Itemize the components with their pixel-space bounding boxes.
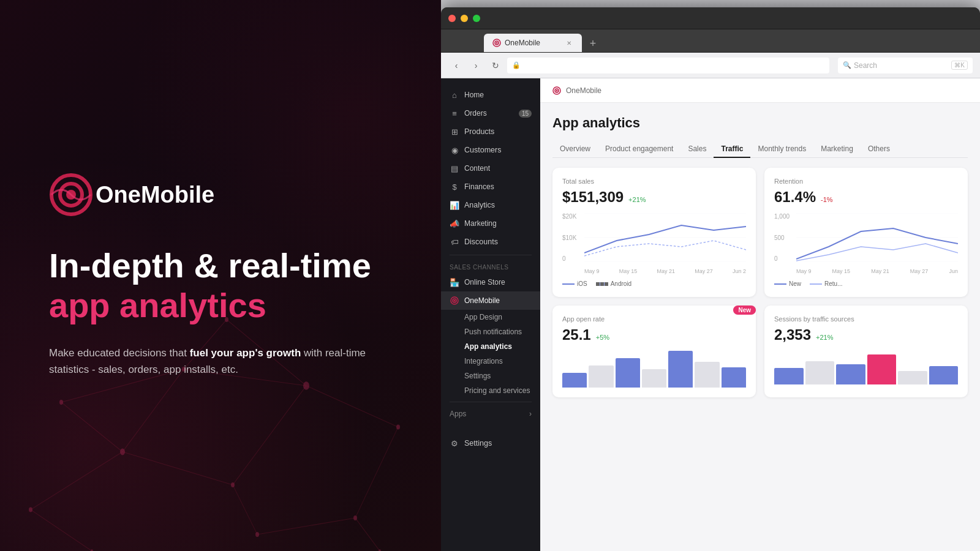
- sidebar: ⌂ Home ≡ Orders 15 ⊞ Products ◉ Customer…: [441, 78, 540, 551]
- traffic-light-yellow[interactable]: [461, 15, 468, 22]
- svg-line-11: [31, 510, 92, 552]
- open-rate-title: App open rate: [562, 315, 746, 323]
- back-btn[interactable]: ‹: [448, 58, 464, 73]
- sidebar-label-analytics: Analytics: [464, 201, 495, 209]
- sidebar-apps-btn[interactable]: Apps ›: [441, 406, 540, 422]
- svg-line-3: [306, 386, 398, 427]
- forward-btn[interactable]: ›: [468, 58, 484, 73]
- svg-point-15: [29, 507, 32, 512]
- sessions-bars: [774, 351, 958, 384]
- svg-line-12: [355, 518, 380, 551]
- logo-one: One: [96, 182, 141, 208]
- logo-mobile: Mobile: [141, 182, 214, 208]
- svg-point-19: [396, 424, 400, 429]
- tab-close-btn[interactable]: ✕: [565, 39, 573, 47]
- reload-btn[interactable]: ↻: [488, 58, 503, 73]
- open-rate-value: 25.1: [562, 326, 591, 343]
- new-tab-btn[interactable]: +: [584, 35, 601, 52]
- search-placeholder: Search: [854, 61, 877, 70]
- app-content: ⌂ Home ≡ Orders 15 ⊞ Products ◉ Customer…: [441, 78, 980, 551]
- tab-overview[interactable]: Overview: [552, 141, 598, 158]
- orders-badge: 15: [519, 110, 532, 118]
- onemobile-icon: [450, 296, 459, 305]
- sidebar-sub-push[interactable]: Push notifications: [441, 324, 540, 339]
- sidebar-item-online-store[interactable]: 🏪 Online Store: [441, 273, 540, 291]
- customers-icon: ◉: [450, 145, 459, 155]
- sidebar-sub-pricing[interactable]: Pricing and services: [441, 383, 540, 398]
- tab-marketing[interactable]: Marketing: [813, 141, 861, 158]
- retention-y-labels: 1,000 500 0: [774, 213, 790, 262]
- svg-point-22: [255, 532, 259, 537]
- sidebar-item-discounts[interactable]: 🏷 Discounts: [441, 233, 540, 251]
- body-text: Make educated decisions that fuel your a…: [49, 345, 380, 378]
- analytics-tabs: Overview Product engagement Sales Traffi…: [552, 141, 968, 158]
- tab-product-engagement[interactable]: Product engagement: [598, 141, 680, 158]
- browser-tab[interactable]: OneMobile ✕: [484, 34, 582, 52]
- tab-monthly-trends[interactable]: Monthly trends: [750, 141, 813, 158]
- tab-traffic[interactable]: Traffic: [714, 141, 750, 158]
- sidebar-item-analytics[interactable]: 📊 Analytics: [441, 196, 540, 214]
- sidebar-label-customers: Customers: [464, 146, 501, 154]
- sidebar-sub-label-settings: Settings: [464, 372, 491, 380]
- sidebar-item-settings-main[interactable]: ⚙ Settings: [441, 434, 540, 452]
- sidebar-item-home[interactable]: ⌂ Home: [441, 86, 540, 104]
- ret-y-top: 1,000: [774, 213, 790, 220]
- sidebar-item-orders[interactable]: ≡ Orders 15: [441, 104, 540, 122]
- headline: In-depth & real-time app analytics: [49, 246, 392, 330]
- bar-4: [642, 369, 666, 388]
- sidebar-label-products: Products: [464, 127, 494, 136]
- open-rate-delta: +5%: [596, 334, 609, 341]
- home-icon: ⌂: [450, 90, 459, 100]
- sidebar-sub-settings[interactable]: Settings: [441, 369, 540, 383]
- traffic-light-green[interactable]: [473, 15, 480, 22]
- ret-y-bot: 0: [774, 255, 790, 262]
- logo-icon: [49, 173, 93, 217]
- open-rate-bars: [562, 351, 746, 388]
- sidebar-sub-integrations[interactable]: Integrations: [441, 354, 540, 369]
- tab-favicon: [492, 39, 501, 47]
- sidebar-label-discounts: Discounts: [464, 238, 498, 246]
- tab-others[interactable]: Others: [861, 141, 897, 158]
- orders-icon: ≡: [450, 108, 459, 118]
- search-bar[interactable]: 🔍 Search ⌘K: [838, 58, 973, 73]
- traffic-light-red[interactable]: [448, 15, 456, 22]
- lock-icon: 🔒: [512, 61, 521, 69]
- discounts-icon: 🏷: [450, 237, 459, 247]
- nav-bar: ‹ › ↻ 🔒 🔍 Search ⌘K: [441, 53, 980, 78]
- retention-svg-wrap: [796, 213, 958, 262]
- ios-label: iOS: [577, 280, 587, 287]
- chart-svg-wrap: [584, 213, 746, 262]
- sidebar-sub-analytics[interactable]: App analytics: [441, 339, 540, 354]
- sessions-title: Sessions by traffic sources: [774, 315, 958, 323]
- sidebar-item-finances[interactable]: $ Finances: [441, 178, 540, 196]
- analytics-icon: 📊: [450, 200, 459, 210]
- total-sales-value: $151,309: [562, 189, 624, 206]
- svg-line-4: [123, 369, 184, 452]
- address-bar[interactable]: 🔒: [507, 58, 829, 73]
- sidebar-item-customers[interactable]: ◉ Customers: [441, 141, 540, 159]
- sidebar-sub-app-design[interactable]: App Design: [441, 310, 540, 324]
- total-sales-chart: $20K $10K 0: [562, 213, 746, 274]
- card-retention: Retention 61.4% -1% 1,000 500 0: [764, 168, 968, 297]
- sidebar-item-products[interactable]: ⊞ Products: [441, 122, 540, 141]
- sidebar-item-content[interactable]: ▤ Content: [441, 159, 540, 178]
- bar-7: [722, 367, 746, 388]
- sbar-5: [898, 371, 927, 384]
- sidebar-item-marketing[interactable]: 📣 Marketing: [441, 214, 540, 233]
- sales-legend: iOS Android: [562, 280, 746, 287]
- svg-point-23: [353, 515, 357, 520]
- body-intro: Make educated decisions that: [49, 347, 190, 359]
- chart-x-labels-sales: May 9 May 15 May 21 May 27 Jun 2: [584, 268, 746, 274]
- main-content: OneMobile App analytics Overview Product…: [540, 78, 980, 551]
- tab-sales[interactable]: Sales: [680, 141, 714, 158]
- sbar-3: [836, 364, 865, 384]
- headline-line1: In-depth & real-time: [49, 246, 371, 285]
- legend-ios: iOS: [562, 280, 587, 287]
- card-total-sales: Total sales $151,309 +21% $20K $10K 0: [552, 168, 756, 297]
- chevron-right-icon: ›: [529, 410, 532, 418]
- sidebar-sub-label-pricing: Pricing and services: [464, 386, 530, 395]
- legend-return: Retu...: [810, 280, 842, 287]
- sessions-delta: +21%: [816, 334, 833, 341]
- sidebar-item-onemobile[interactable]: OneMobile: [441, 291, 540, 310]
- sidebar-sub-label-integrations: Integrations: [464, 357, 503, 365]
